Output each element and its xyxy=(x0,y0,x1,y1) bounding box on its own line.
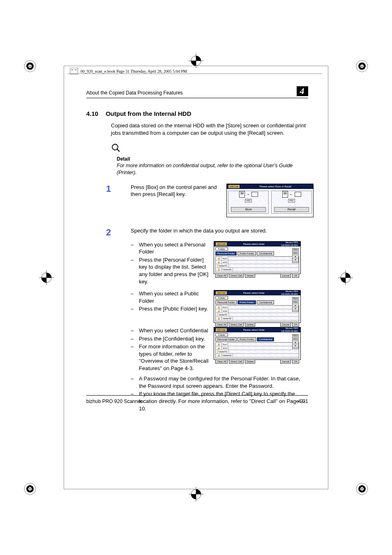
bullet: A Password may be configured for the Per… xyxy=(139,375,308,389)
chapter-number: 4 xyxy=(297,86,308,96)
svg-point-11 xyxy=(30,488,31,490)
bullet: Press the [Public Folder] key. xyxy=(139,305,208,313)
screenshot-confidential: Job ListPlease select folderMemory HDD10… xyxy=(214,327,301,360)
bullet: When you select Confidential xyxy=(139,327,208,334)
step-number: 2 xyxy=(106,227,124,237)
detail-label: Detail xyxy=(117,156,308,162)
magnifier-icon xyxy=(111,143,308,155)
section-title: Output from the Internal HDD xyxy=(106,110,191,118)
step-text: Press [Box] on the control panel and the… xyxy=(131,184,221,217)
footer-left: bizhub PRO 920 Scanner xyxy=(86,398,298,405)
registration-mark xyxy=(23,481,37,496)
section-heading: 4.10 Output from the Internal HDD xyxy=(86,110,308,118)
svg-point-7 xyxy=(362,66,363,67)
step-number: 1 xyxy=(106,184,124,217)
footer-right: 4-31 xyxy=(298,398,308,405)
bullet: For more information on the types of fol… xyxy=(139,343,209,372)
section-number: 4.10 xyxy=(86,110,98,118)
registration-mark xyxy=(355,59,369,74)
bullet: Press the [Confidential] key. xyxy=(139,335,205,343)
bullet: When you select a Public Folder xyxy=(139,290,209,304)
screenshot-personal-folder: Job ListPlease select folderMemory HDD10… xyxy=(214,241,301,274)
screenshot-store-recall: Job ListPlease select Store or Recall → … xyxy=(226,184,314,217)
detail-body: For more information on confidential out… xyxy=(117,162,308,176)
svg-point-3 xyxy=(30,66,31,67)
screenshot-public-folder: Job ListPlease select folderMemory HDD10… xyxy=(214,290,301,323)
svg-point-28 xyxy=(112,144,118,150)
page-footer: bizhub PRO 920 Scanner 4-31 xyxy=(86,395,308,405)
crosshair-mark xyxy=(39,270,54,285)
registration-mark xyxy=(355,481,369,496)
svg-point-15 xyxy=(362,488,363,490)
running-head: About the Copied Data Processing Feature… xyxy=(86,90,297,96)
frame-header: 00_920_scan_e.book Page 31 Thursday, Apr… xyxy=(70,68,187,74)
crosshair-mark xyxy=(338,270,353,285)
step-text: Specify the folder in which the data you… xyxy=(131,227,308,237)
registration-mark xyxy=(23,59,37,74)
bullet: When you select a Personal Folder xyxy=(139,241,209,256)
bullet: Press the [Personal Folder] key to displ… xyxy=(139,256,209,285)
frame-header-text: 00_920_scan_e.book Page 31 Thursday, Apr… xyxy=(81,69,187,74)
svg-line-29 xyxy=(117,149,120,152)
intro-paragraph: Copied data stored on the internal HDD w… xyxy=(111,122,308,136)
